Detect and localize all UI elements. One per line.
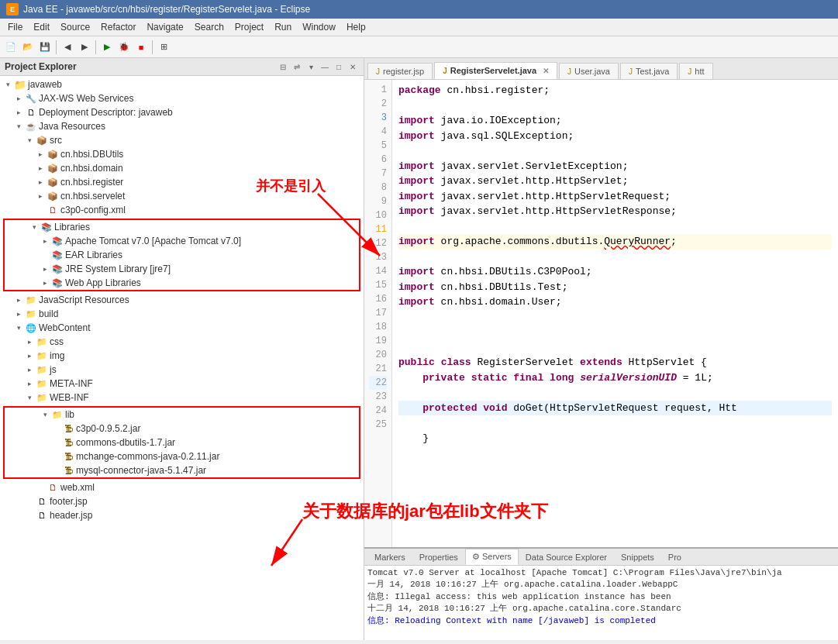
tree-item-src[interactable]: ▾ 📦 src — [0, 133, 364, 147]
expand-arrow[interactable]: ▾ — [14, 122, 23, 131]
tb-run[interactable]: ▶ — [99, 40, 115, 55]
tree-item-lib[interactable]: ▾ 📁 lib — [5, 408, 359, 422]
tree-item-header-jsp[interactable]: 🗋 header.jsp — [0, 508, 364, 522]
no-arrow — [51, 424, 60, 433]
tb-forward[interactable]: ▶ — [77, 40, 92, 55]
pe-close[interactable]: ✕ — [347, 60, 359, 73]
code-content[interactable]: package cn.hbsi.register; import java.io… — [392, 80, 838, 547]
expand-arrow[interactable]: ▾ — [40, 410, 50, 419]
tree-item-web-xml[interactable]: 🗋 web.xml — [0, 480, 364, 494]
tb-stop[interactable]: ■ — [133, 40, 149, 55]
tab-icon: J — [443, 67, 447, 75]
expand-arrow[interactable]: ▸ — [36, 191, 45, 201]
tree-item-mchange-jar[interactable]: 🗜 mchange-commons-java-0.2.11.jar — [5, 449, 359, 463]
bottom-tab-pro[interactable]: Pro — [661, 549, 688, 565]
pe-maximize[interactable]: □ — [333, 60, 345, 73]
expand-arrow[interactable]: ▾ — [29, 222, 39, 232]
expand-arrow[interactable]: ▸ — [25, 379, 34, 388]
menu-file[interactable]: File — [3, 20, 27, 34]
expand-arrow[interactable]: ▸ — [40, 278, 50, 288]
tree-item-libraries[interactable]: ▾ 📚 Libraries — [5, 220, 359, 234]
bottom-content[interactable]: Tomcat v7.0 Server at localhost [Apache … — [364, 566, 838, 640]
tree-item-ear[interactable]: 📚 EAR Libraries — [5, 248, 359, 262]
expand-arrow[interactable]: ▸ — [14, 94, 23, 103]
tree-item-webcontent[interactable]: ▾ 🌐 WebContent — [0, 321, 364, 335]
expand-arrow[interactable]: ▾ — [25, 136, 34, 145]
bottom-tab-properties[interactable]: Properties — [412, 549, 465, 565]
tree-item-img[interactable]: ▸ 📁 img — [0, 349, 364, 363]
tab-label: register.jsp — [383, 67, 424, 76]
tree-item-build[interactable]: ▸ 📁 build — [0, 307, 364, 321]
tb-new[interactable]: 📄 — [3, 40, 19, 55]
tree-label: mysql-connector-java-5.1.47.jar — [76, 465, 206, 476]
tree-item-meta-inf[interactable]: ▸ 📁 META-INF — [0, 377, 364, 391]
tree-item-mysql-jar[interactable]: 🗜 mysql-connector-java-5.1.47.jar — [5, 463, 359, 477]
pe-collapse-all[interactable]: ⊟ — [277, 60, 289, 73]
tree-item-js[interactable]: ▸ 📁 js — [0, 363, 364, 377]
tree-item-servelet[interactable]: ▸ 📦 cn.hbsi.servelet — [0, 189, 364, 203]
expand-arrow[interactable]: ▸ — [14, 295, 23, 305]
menu-window[interactable]: Window — [298, 20, 340, 34]
expand-arrow[interactable]: ▸ — [40, 264, 50, 274]
tree-item-deployment[interactable]: ▸ 🗋 Deployment Descriptor: javaweb — [0, 105, 364, 119]
tree-item-tomcat[interactable]: ▸ 📚 Apache Tomcat v7.0 [Apache Tomcat v7… — [5, 234, 359, 248]
bottom-tab-markers[interactable]: Markers — [367, 549, 412, 565]
expand-arrow[interactable]: ▾ — [25, 393, 34, 402]
tree-label: c3p0-0.9.5.2.jar — [76, 423, 140, 434]
menu-refactor[interactable]: Refactor — [96, 20, 140, 34]
bottom-tab-servers[interactable]: ⚙ Servers — [465, 549, 519, 565]
tab-test-java[interactable]: J Test.java — [620, 63, 678, 79]
tree-item-web-inf[interactable]: ▾ 📁 WEB-INF — [0, 391, 364, 405]
project-explorer-tree[interactable]: ▾ 📁 javaweb ▸ 🔧 JAX-WS Web Services ▸ 🗋 … — [0, 76, 364, 640]
expand-arrow[interactable]: ▸ — [25, 351, 34, 360]
menu-navigate[interactable]: Navigate — [142, 20, 188, 34]
menu-source[interactable]: Source — [56, 20, 95, 34]
tb-open[interactable]: 📂 — [20, 40, 36, 55]
menu-project[interactable]: Project — [230, 20, 268, 34]
pe-link-editor[interactable]: ⇌ — [291, 60, 303, 73]
tree-item-footer-jsp[interactable]: 🗋 footer.jsp — [0, 494, 364, 508]
tree-item-javaweb[interactable]: ▾ 📁 javaweb — [0, 77, 364, 91]
menu-run[interactable]: Run — [270, 20, 296, 34]
pe-view-menu[interactable]: ▾ — [305, 60, 317, 73]
tree-item-c3p0-jar[interactable]: 🗜 c3p0-0.9.5.2.jar — [5, 422, 359, 436]
tab-htt[interactable]: J htt — [679, 63, 712, 79]
tree-item-jre[interactable]: ▸ 📚 JRE System Library [jre7] — [5, 262, 359, 276]
menu-edit[interactable]: Edit — [29, 20, 54, 34]
tree-item-domain[interactable]: ▸ 📦 cn.hbsi.domain — [0, 161, 364, 175]
pe-minimize[interactable]: — — [319, 60, 331, 73]
tab-user-java[interactable]: J User.java — [559, 63, 619, 79]
expand-arrow[interactable]: ▸ — [36, 177, 45, 187]
menu-search[interactable]: Search — [190, 20, 229, 34]
expand-arrow[interactable]: ▸ — [14, 309, 23, 319]
expand-arrow[interactable]: ▸ — [36, 150, 45, 159]
bottom-tab-snippets[interactable]: Snippets — [614, 549, 661, 565]
tab-register-jsp[interactable]: J register.jsp — [367, 63, 433, 79]
expand-arrow[interactable]: ▾ — [3, 80, 12, 89]
tree-item-webapp-libs[interactable]: ▸ 📚 Web App Libraries — [5, 276, 359, 290]
tb-perspective[interactable]: ⊞ — [156, 40, 171, 55]
tab-register-servelet[interactable]: J RegisterServelet.java ✕ — [434, 62, 557, 79]
tree-item-c3p0-config[interactable]: 🗋 c3p0-config.xml — [0, 203, 364, 217]
expand-arrow[interactable]: ▸ — [25, 337, 34, 346]
expand-arrow[interactable]: ▸ — [25, 365, 34, 374]
tb-save[interactable]: 💾 — [37, 40, 53, 55]
tb-back[interactable]: ◀ — [60, 40, 75, 55]
tab-close-btn[interactable]: ✕ — [543, 67, 549, 75]
expand-arrow[interactable]: ▸ — [40, 236, 50, 246]
tree-item-commons-jar[interactable]: 🗜 commons-dbutils-1.7.jar — [5, 436, 359, 449]
code-editor[interactable]: 1 2 3 4 5 6 7 8 9 10 11 12 13 14 15 16 1 — [364, 80, 838, 547]
tree-item-register[interactable]: ▸ 📦 cn.hbsi.register — [0, 175, 364, 189]
tree-item-java-resources[interactable]: ▾ ☕ Java Resources — [0, 119, 364, 133]
tree-item-jaxws[interactable]: ▸ 🔧 JAX-WS Web Services — [0, 91, 364, 105]
bottom-tab-datasource[interactable]: Data Source Explorer — [519, 549, 614, 565]
expand-arrow[interactable]: ▸ — [36, 164, 45, 173]
menu-help[interactable]: Help — [342, 20, 371, 34]
tb-debug[interactable]: 🐞 — [116, 40, 132, 55]
tree-item-css[interactable]: ▸ 📁 css — [0, 335, 364, 349]
expand-arrow[interactable]: ▾ — [14, 323, 23, 332]
expand-arrow[interactable]: ▸ — [14, 108, 23, 117]
jar-icon: 🗜 — [62, 450, 74, 463]
tree-item-js-resources[interactable]: ▸ 📁 JavaScript Resources — [0, 293, 364, 307]
tree-item-dbutils[interactable]: ▸ 📦 cn.hbsi.DBUtils — [0, 147, 364, 161]
